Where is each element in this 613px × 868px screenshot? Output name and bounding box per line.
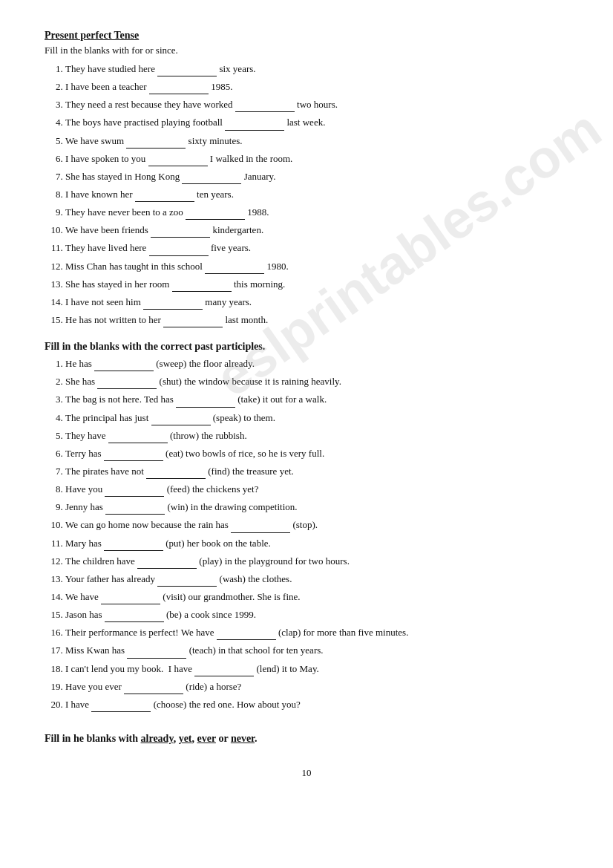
blank[interactable] xyxy=(176,391,235,407)
page-number: 10 xyxy=(45,767,568,779)
blank[interactable] xyxy=(101,589,160,604)
blank[interactable] xyxy=(149,79,209,94)
list-item: They have studied here six years. xyxy=(65,61,568,76)
section1-list: They have studied here six years. I have… xyxy=(65,61,568,327)
blank[interactable] xyxy=(135,186,194,202)
blank[interactable] xyxy=(91,696,151,712)
list-item: We have been friends kindergarten. xyxy=(65,222,568,238)
blank[interactable] xyxy=(205,258,264,274)
blank[interactable] xyxy=(235,97,295,112)
list-item: We have swum sixty minutes. xyxy=(65,133,568,149)
list-item: I have known her ten years. xyxy=(65,186,568,202)
blank[interactable] xyxy=(157,61,217,76)
list-item: Have you ever (ride) a horse? xyxy=(65,679,568,694)
list-item: He has not written to her last month. xyxy=(65,312,568,327)
blank[interactable] xyxy=(126,133,186,149)
section3-title: Fill in he blanks with already, yet, eve… xyxy=(45,733,568,745)
blank[interactable] xyxy=(124,679,183,694)
list-item: The pirates have not (find) the treasure… xyxy=(65,463,568,479)
blank[interactable] xyxy=(137,553,197,569)
list-item: They have (throw) the rubbish. xyxy=(65,428,568,443)
blank[interactable] xyxy=(151,410,211,425)
list-item: Have you (feed) the chickens yet? xyxy=(65,481,568,497)
blank[interactable] xyxy=(108,428,168,443)
list-item: Your father has already (wash) the cloth… xyxy=(65,571,568,587)
blank[interactable] xyxy=(127,642,186,658)
blank[interactable] xyxy=(104,446,163,461)
list-item: She has (shut) the window because it is … xyxy=(65,373,568,389)
list-item: The principal has just (speak) to them. xyxy=(65,410,568,425)
blank[interactable] xyxy=(148,151,208,166)
blank[interactable] xyxy=(172,276,232,292)
list-item: Terry has (eat) two bowls of rice, so he… xyxy=(65,446,568,461)
list-item: They have never been to a zoo 1988. xyxy=(65,204,568,220)
list-item: She has stayed in Hong Kong January. xyxy=(65,169,568,184)
list-item: I can't lend you my book. I have (lend) … xyxy=(65,661,568,676)
list-item: I have not seen him many years. xyxy=(65,294,568,310)
list-item: Miss Chan has taught in this school 1980… xyxy=(65,258,568,274)
section2-list: He has (sweep) the floor already. She ha… xyxy=(65,356,568,712)
blank[interactable] xyxy=(105,481,164,497)
blank[interactable] xyxy=(105,499,165,515)
blank[interactable] xyxy=(186,204,245,220)
list-item: He has (sweep) the floor already. xyxy=(65,356,568,371)
list-item: The children have (play) in the playgrou… xyxy=(65,553,568,569)
list-item: We can go home now because the rain has … xyxy=(65,517,568,532)
blank[interactable] xyxy=(104,535,163,551)
list-item: We have (visit) our grandmother. She is … xyxy=(65,589,568,604)
blank[interactable] xyxy=(146,463,206,479)
blank[interactable] xyxy=(163,312,223,327)
list-item: I have (choose) the red one. How about y… xyxy=(65,696,568,712)
blank[interactable] xyxy=(143,294,203,310)
list-item: I have spoken to you I walked in the roo… xyxy=(65,151,568,166)
blank[interactable] xyxy=(97,373,157,389)
blank[interactable] xyxy=(182,169,241,184)
list-item: Jason has (be) a cook since 1999. xyxy=(65,607,568,622)
section1-title: Present perfect Tense xyxy=(45,30,568,42)
list-item: The bag is not here. Ted has (take) it o… xyxy=(65,391,568,407)
list-item: Mary has (put) her book on the table. xyxy=(65,535,568,551)
list-item: Jenny has (win) in the drawing competiti… xyxy=(65,499,568,515)
blank[interactable] xyxy=(231,517,290,532)
blank[interactable] xyxy=(149,240,209,255)
blank[interactable] xyxy=(217,624,276,640)
blank[interactable] xyxy=(225,114,284,130)
blank[interactable] xyxy=(94,356,154,371)
list-item: She has stayed in her room this morning. xyxy=(65,276,568,292)
list-item: The boys have practised playing football… xyxy=(65,114,568,130)
section2-title: Fill in the blanks with the correct past… xyxy=(45,341,568,353)
list-item: They need a rest because they have worke… xyxy=(65,97,568,112)
list-item: I have been a teacher 1985. xyxy=(65,79,568,94)
blank[interactable] xyxy=(194,661,254,676)
section1-instruction: Fill in the blanks with for or since. xyxy=(45,45,568,56)
blank[interactable] xyxy=(105,607,164,622)
list-item: Miss Kwan has (teach) in that school for… xyxy=(65,642,568,658)
blank[interactable] xyxy=(151,222,210,238)
blank[interactable] xyxy=(157,571,217,587)
list-item: They have lived here five years. xyxy=(65,240,568,255)
list-item: Their performance is perfect! We have (c… xyxy=(65,624,568,640)
